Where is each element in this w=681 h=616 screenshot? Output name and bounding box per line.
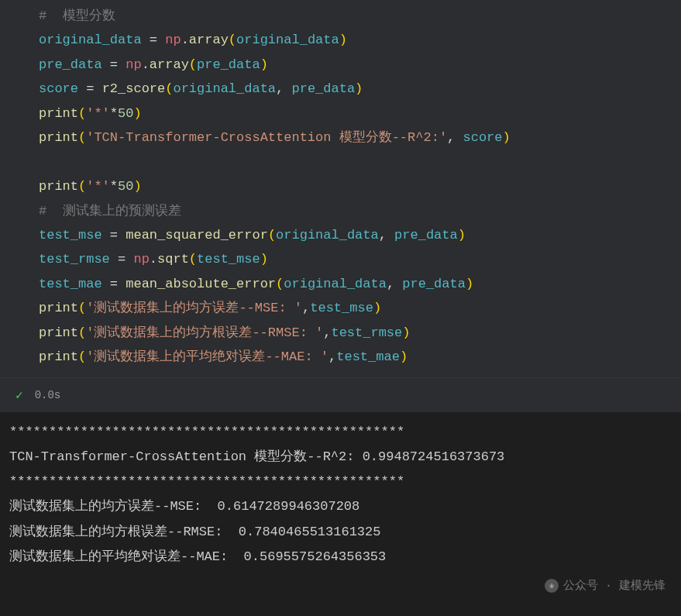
code-line: print('TCN-Transformer-CrossAttention 模型… [39, 126, 673, 150]
output-line: ****************************************… [9, 420, 672, 445]
code-line [39, 150, 673, 174]
output-area: ****************************************… [0, 412, 681, 578]
code-line: test_rmse = np.sqrt(test_mse) [39, 247, 673, 271]
code-line: original_data = np.array(original_data) [39, 28, 673, 52]
success-icon: ✓ [15, 387, 23, 403]
watermark: ❀ 公众号 · 建模先锋 [545, 578, 666, 593]
code-line: print('*'*50) [39, 174, 673, 198]
code-line: # 模型分数 [39, 4, 673, 28]
execution-time: 0.0s [35, 389, 61, 401]
code-line: # 测试集上的预测误差 [39, 199, 673, 223]
code-line: test_mae = mean_absolute_error(original_… [39, 272, 673, 296]
code-line: print('测试数据集上的均方误差--MSE: ',test_mse) [39, 296, 673, 320]
code-line: print('测试数据集上的均方根误差--RMSE: ',test_rmse) [39, 321, 673, 345]
cell-status-bar: ✓ 0.0s [0, 377, 681, 412]
code-line: pre_data = np.array(pre_data) [39, 53, 673, 77]
watermark-text: 公众号 · 建模先锋 [563, 578, 666, 593]
wechat-icon: ❀ [545, 579, 559, 593]
code-line: score = r2_score(original_data, pre_data… [39, 77, 673, 101]
code-line: print('测试数据集上的平均绝对误差--MAE: ',test_mae) [39, 345, 673, 369]
output-line: 测试数据集上的平均绝对误差--MAE: 0.5695575264356353 [9, 545, 672, 570]
output-line: 测试数据集上的均方误差--MSE: 0.6147289946307208 [9, 494, 672, 519]
output-line: 测试数据集上的均方根误差--RMSE: 0.7840465513161325 [9, 520, 672, 545]
output-line: TCN-Transformer-CrossAttention 模型分数--R^2… [9, 445, 672, 470]
code-editor[interactable]: # 模型分数 original_data = np.array(original… [0, 0, 681, 377]
code-line: test_mse = mean_squared_error(original_d… [39, 223, 673, 247]
output-line: ****************************************… [9, 470, 672, 494]
code-line: print('*'*50) [39, 102, 673, 126]
